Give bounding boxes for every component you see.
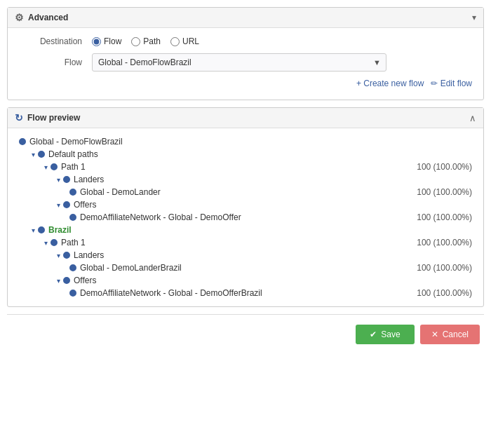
destination-radio-group: Flow Path URL — [92, 36, 199, 46]
tree-item-offers: ▾ Offers — [19, 198, 472, 211]
dot-icon-demo-offer — [69, 214, 76, 221]
flow-preview-header[interactable]: ↻ Flow preview ∧ — [8, 108, 483, 128]
save-label: Save — [381, 330, 400, 339]
dot-icon-demo-lander — [69, 189, 76, 196]
radio-flow-label: Flow — [104, 36, 121, 46]
tree-item-demo-lander: Global - DemoLander 100 (100.00%) — [19, 186, 472, 198]
dot-icon-brazil-demo-offer — [69, 290, 76, 297]
tree-label-brazil-demo-lander: Global - DemoLanderBrazil — [80, 263, 182, 273]
tree-value-brazil-demo-lander: 100 (100.00%) — [417, 263, 472, 273]
tree-label-brazil-landers: Landers — [74, 250, 104, 260]
advanced-title: Advanced — [28, 13, 68, 22]
chevron-brazil: ▾ — [32, 226, 35, 234]
tree-value-path1: 100 (100.00%) — [417, 162, 472, 172]
tree-label-brazil-demo-offer: DemoAffiliateNetwork - Global - DemoOffe… — [80, 288, 262, 298]
dot-icon-path1 — [51, 163, 58, 170]
tree-item-default-paths: ▾ Default paths — [19, 148, 472, 161]
cycle-icon: ↻ — [15, 112, 23, 123]
create-new-flow-link[interactable]: + Create new flow — [356, 79, 424, 88]
tree-label-brazil-path1: Path 1 — [61, 238, 86, 247]
dot-icon-brazil — [38, 226, 45, 233]
destination-label: Destination — [19, 36, 82, 46]
chevron-brazil-landers: ▾ — [57, 252, 60, 259]
radio-flow-option[interactable]: Flow — [92, 36, 121, 46]
chevron-brazil-offers: ▾ — [57, 277, 60, 285]
chevron-down-icon: ▾ — [472, 13, 476, 22]
tree-item-landers: ▾ Landers — [19, 173, 472, 186]
dot-icon-brazil-demo-lander — [69, 264, 76, 271]
flow-preview-panel: ↻ Flow preview ∧ Global - DemoFlowBrazil… — [7, 107, 484, 307]
radio-path[interactable] — [131, 37, 140, 46]
advanced-header-left: ⚙ Advanced — [15, 12, 68, 23]
edit-flow-link[interactable]: ✏ Edit flow — [431, 79, 472, 88]
tree-item-brazil-path1: ▾ Path 1 100 (100.00%) — [19, 236, 472, 249]
advanced-header[interactable]: ⚙ Advanced ▾ — [8, 8, 483, 28]
tree-item-brazil-offers: ▾ Offers — [19, 274, 472, 287]
dot-icon-offers — [63, 201, 70, 208]
tree-item-brazil-landers: ▾ Landers — [19, 249, 472, 262]
tree-label-offers: Offers — [74, 200, 96, 210]
flow-select[interactable]: Global - DemoFlowBrazil — [92, 53, 386, 72]
tree-label-root: Global - DemoFlowBrazil — [29, 137, 123, 147]
check-icon: ✔ — [370, 330, 377, 339]
chevron-offers: ▾ — [57, 201, 60, 209]
cancel-label: Cancel — [443, 330, 469, 339]
flow-preview-header-left: ↻ Flow preview — [15, 112, 80, 123]
radio-url[interactable] — [170, 37, 180, 46]
x-icon: ✕ — [431, 330, 438, 339]
flow-label: Flow — [19, 57, 82, 67]
tree-value-brazil-path1: 100 (100.00%) — [417, 238, 472, 247]
advanced-panel: ⚙ Advanced ▾ Destination Flow Path URL — [7, 7, 484, 100]
radio-url-option[interactable]: URL — [170, 36, 199, 46]
tree-label-path1: Path 1 — [61, 162, 86, 172]
chevron-path1: ▾ — [44, 163, 48, 171]
dot-icon-brazil-landers — [63, 252, 70, 259]
tree-label-demo-lander: Global - DemoLander — [80, 187, 161, 197]
advanced-body: Destination Flow Path URL Flow — [8, 28, 483, 100]
tree-item-demo-offer: DemoAffiliateNetwork - Global - DemoOffe… — [19, 211, 472, 224]
save-button[interactable]: ✔ Save — [356, 325, 414, 344]
footer-buttons: ✔ Save ✕ Cancel — [0, 318, 491, 351]
footer-divider — [7, 314, 484, 315]
flow-preview-title: Flow preview — [27, 113, 80, 123]
tree-value-demo-offer: 100 (100.00%) — [417, 212, 472, 222]
tree-item-path1: ▾ Path 1 100 (100.00%) — [19, 161, 472, 173]
tree-label-default-paths: Default paths — [48, 149, 98, 159]
destination-row: Destination Flow Path URL — [19, 36, 472, 46]
radio-path-label: Path — [143, 36, 161, 46]
radio-path-option[interactable]: Path — [131, 36, 161, 46]
tree-value-brazil-demo-offer: 100 (100.00%) — [417, 288, 472, 298]
dot-icon-brazil-path1 — [51, 239, 58, 246]
flow-preview-body: Global - DemoFlowBrazil ▾ Default paths … — [8, 128, 483, 306]
tree-value-demo-lander: 100 (100.00%) — [417, 187, 472, 197]
dot-icon-default-paths — [38, 151, 45, 158]
tree-label-brazil: Brazil — [48, 225, 72, 235]
chevron-default-paths: ▾ — [32, 151, 35, 158]
tree-label-brazil-offers: Offers — [74, 276, 96, 285]
gear-icon: ⚙ — [15, 12, 24, 23]
chevron-landers: ▾ — [57, 176, 60, 184]
tree-label-landers: Landers — [74, 175, 104, 184]
cancel-button[interactable]: ✕ Cancel — [420, 325, 480, 344]
actions-row: + Create new flow ✏ Edit flow — [19, 79, 472, 88]
dot-icon-root — [19, 138, 26, 145]
tree-label-demo-offer: DemoAffiliateNetwork - Global - DemoOffe… — [80, 212, 241, 222]
dot-icon-landers — [63, 176, 70, 183]
flow-row: Flow Global - DemoFlowBrazil ▼ — [19, 53, 472, 72]
expand-icon: ∧ — [469, 113, 476, 123]
tree-item-brazil-demo-offer: DemoAffiliateNetwork - Global - DemoOffe… — [19, 287, 472, 299]
dot-icon-brazil-offers — [63, 277, 70, 284]
flow-select-wrapper: Global - DemoFlowBrazil ▼ — [92, 53, 386, 72]
radio-flow[interactable] — [92, 37, 101, 46]
tree-item-root: Global - DemoFlowBrazil — [19, 135, 472, 148]
chevron-brazil-path1: ▾ — [44, 239, 48, 247]
radio-url-label: URL — [182, 36, 199, 46]
tree-item-brazil-demo-lander: Global - DemoLanderBrazil 100 (100.00%) — [19, 262, 472, 274]
tree-item-brazil: ▾ Brazil — [19, 224, 472, 236]
